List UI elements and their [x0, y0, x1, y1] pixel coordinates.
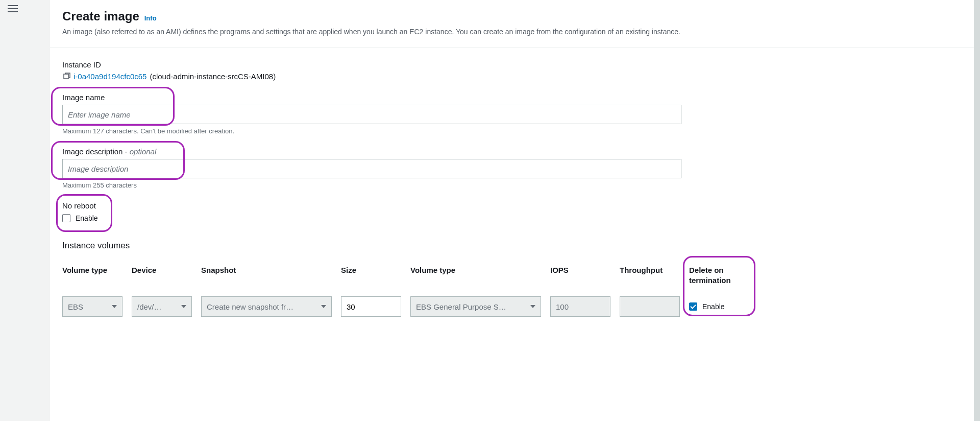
image-description-input[interactable]: [62, 159, 681, 178]
instance-id-label: Instance ID: [62, 60, 962, 69]
instance-volumes-title: Instance volumes: [62, 241, 962, 251]
image-name-label: Image name: [62, 93, 962, 102]
row-volume-type-2-select: EBS General Purpose S…: [410, 296, 541, 317]
info-link[interactable]: Info: [144, 14, 157, 22]
image-name-group: Image name Maximum 127 characters. Can't…: [62, 93, 962, 135]
delete-on-term-label: Enable: [702, 302, 725, 311]
image-name-input[interactable]: [62, 105, 681, 124]
page-title: Create image: [62, 9, 139, 24]
col-iops: IOPS: [550, 265, 610, 275]
col-delete-on-termination: Delete on termination: [689, 265, 766, 285]
delete-on-term-checkbox[interactable]: [689, 302, 697, 311]
caret-down-icon: [181, 305, 186, 308]
row-throughput-value: [620, 296, 680, 317]
row-delete-on-termination[interactable]: Enable: [689, 296, 766, 317]
image-description-helper: Maximum 255 characters: [62, 181, 962, 189]
col-device: Device: [132, 265, 192, 275]
col-volume-type-2: Volume type: [410, 265, 541, 275]
no-reboot-checkbox[interactable]: [62, 214, 70, 222]
caret-down-icon: [321, 305, 326, 308]
no-reboot-label: No reboot: [62, 201, 962, 210]
row-device-select: /dev/…: [132, 296, 192, 317]
instance-id-group: Instance ID i-0a40a9d194cfc0c65 (cloud-a…: [62, 60, 962, 81]
highlight-no-reboot: [56, 194, 112, 232]
image-name-helper: Maximum 127 characters. Can't be modifie…: [62, 127, 962, 135]
col-size: Size: [341, 265, 401, 275]
svg-rect-0: [64, 74, 68, 79]
row-snapshot-select: Create new snapshot fr…: [201, 296, 332, 317]
volumes-table: Volume type Device Snapshot Size Volume …: [62, 265, 962, 317]
row-size-input[interactable]: [341, 296, 401, 317]
col-throughput: Throughput: [620, 265, 680, 275]
copy-icon[interactable]: [62, 73, 70, 81]
no-reboot-group: No reboot Enable: [62, 201, 962, 222]
row-volume-type-1-select: EBS: [62, 296, 122, 317]
scrollbar[interactable]: [974, 0, 980, 421]
image-description-label: Image description - optional: [62, 147, 962, 156]
instance-name-suffix: (cloud-admin-instance-srcCS-AMI08): [150, 72, 276, 81]
instance-id-link[interactable]: i-0a40a9d194cfc0c65: [74, 72, 146, 81]
col-snapshot: Snapshot: [201, 265, 332, 275]
caret-down-icon: [112, 305, 117, 308]
page-subtitle: An image (also referred to as an AMI) de…: [62, 27, 962, 37]
image-description-group: Image description - optional Maximum 255…: [62, 147, 962, 189]
col-volume-type-1: Volume type: [62, 265, 122, 275]
row-iops-value: 100: [550, 296, 610, 317]
no-reboot-checkbox-label: Enable: [76, 214, 98, 222]
menu-toggle-icon[interactable]: [8, 3, 20, 15]
caret-down-icon: [530, 305, 535, 308]
